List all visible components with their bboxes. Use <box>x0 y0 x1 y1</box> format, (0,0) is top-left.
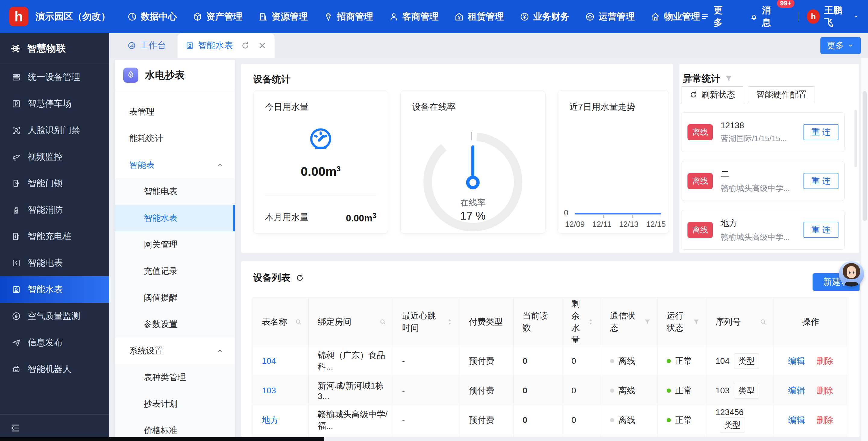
meter-name-link[interactable]: 地方 <box>262 415 279 425</box>
submenu-subitem-electric-meter[interactable]: 智能电表 <box>115 178 235 205</box>
abnormal-title: 异常统计 <box>683 72 733 85</box>
nav-item-lease[interactable]: 租赁管理 <box>454 10 504 23</box>
delete-link[interactable]: 删除 <box>816 415 833 425</box>
sidebar-item-air-quality[interactable]: 空气质量监测 <box>0 303 109 329</box>
resource-icon <box>258 12 268 22</box>
tab-close-icon[interactable] <box>258 41 267 50</box>
submenu-subitem-label: 充值记录 <box>144 265 178 277</box>
refresh-icon[interactable] <box>296 273 304 282</box>
filter-icon[interactable] <box>644 318 651 326</box>
assistant-avatar[interactable] <box>839 261 864 287</box>
submenu-subitem-water-meter[interactable]: 智能水表 <box>115 205 235 231</box>
submenu-subitem-meter-types[interactable]: 表种类管理 <box>115 364 235 391</box>
messages-badge: 99+ <box>777 0 794 8</box>
cell-run-status: 正常 <box>658 405 707 435</box>
sidebar-item-electric-meter[interactable]: 智能电表 <box>0 250 109 276</box>
tab-workbench[interactable]: 工作台 <box>116 33 178 58</box>
sidebar-item-unified-device[interactable]: 统一设备管理 <box>0 64 109 90</box>
nav-item-property[interactable]: 物业管理 <box>650 10 700 23</box>
submenu-subitem-parameters[interactable]: 参数设置 <box>115 311 235 337</box>
sidebar-item-charger[interactable]: 智能充电桩 <box>0 223 109 250</box>
edit-link[interactable]: 编辑 <box>788 356 805 365</box>
brand-logo[interactable]: h <box>9 7 28 26</box>
page-scrollbar-thumb[interactable] <box>863 91 867 221</box>
submenu-subitem-label: 表种类管理 <box>144 372 186 383</box>
finance-icon <box>520 12 530 22</box>
submenu-subitem-threshold[interactable]: 阈值提醒 <box>115 285 235 311</box>
sidebar-item-info-publish[interactable]: 信息发布 <box>0 329 109 356</box>
nav-more[interactable]: 更多 <box>700 4 730 29</box>
x-tick-label: 12/15 <box>646 219 666 229</box>
cell-reading: 0 <box>514 346 562 376</box>
refresh-status-button[interactable]: 刷新状态 <box>681 86 743 103</box>
sort-icon[interactable] <box>587 318 595 326</box>
user-menu[interactable]: h 王鹏飞 <box>807 4 859 29</box>
nav-item-resource[interactable]: 资源管理 <box>258 10 308 23</box>
delete-link[interactable]: 删除 <box>816 386 833 395</box>
filter-icon[interactable] <box>692 318 700 326</box>
tabbar-more-button[interactable]: 更多 <box>820 37 861 54</box>
sidebar-item-fire[interactable]: 智能消防 <box>0 197 109 223</box>
nav-item-investment[interactable]: 招商管理 <box>323 10 373 23</box>
divider <box>265 195 376 196</box>
submenu-item-energy-stats[interactable]: 能耗统计 <box>115 125 235 152</box>
submenu-item-meter-mgmt[interactable]: 表管理 <box>115 99 235 125</box>
type-tag[interactable]: 类型 <box>734 383 759 399</box>
col-meter-name: 表名称 <box>253 298 309 346</box>
submenu-subitem-recharge[interactable]: 充值记录 <box>115 258 235 285</box>
submenu-group-system-settings[interactable]: 系统设置 <box>115 337 235 364</box>
search-icon[interactable] <box>759 318 767 326</box>
sidebar-item-door-lock[interactable]: 智能门锁 <box>0 170 109 197</box>
nav-item-finance[interactable]: 业务财务 <box>520 10 569 23</box>
reconnect-button[interactable]: 重 连 <box>804 124 838 140</box>
hardware-config-button[interactable]: 智能硬件配置 <box>748 86 815 103</box>
delete-link[interactable]: 删除 <box>816 356 833 365</box>
cell-serial: 104类型 <box>707 346 773 376</box>
nav-item-data-center[interactable]: 数据中心 <box>127 10 177 23</box>
search-icon[interactable] <box>379 318 387 326</box>
tab-refresh-icon[interactable] <box>241 41 250 50</box>
type-tag[interactable]: 类型 <box>720 417 745 433</box>
reconnect-button[interactable]: 重 连 <box>804 173 838 189</box>
sidebar-item-label: 统一设备管理 <box>28 71 80 83</box>
sidebar-item-robot[interactable]: 智能机器人 <box>0 356 109 382</box>
nav-item-operations[interactable]: 运营管理 <box>585 10 635 23</box>
filter-icon[interactable] <box>724 75 733 83</box>
sidebar-item-label: 智能门锁 <box>28 177 63 189</box>
sidebar-menu: 统一设备管理 智慧停车场 人脸识别门禁 视频监控 智能门锁 智能消防 智能充电桩… <box>0 64 109 414</box>
panel-scrollbar[interactable] <box>855 110 857 167</box>
nav-item-asset[interactable]: 资产管理 <box>193 10 242 23</box>
nav-item-merchant[interactable]: 客商管理 <box>389 10 438 23</box>
online-rate-label: 在线率 <box>401 197 545 208</box>
submenu-subitem-reading-plan[interactable]: 抄表计划 <box>115 391 235 417</box>
submenu-subitem-label: 参数设置 <box>144 319 178 330</box>
investment-icon <box>323 12 333 22</box>
submenu-subitem-gateway[interactable]: 网关管理 <box>115 231 235 258</box>
edit-link[interactable]: 编辑 <box>788 386 805 395</box>
device-stats-card: 设备统计 今日用水量 0.00m3 本月用水量 0.00m3 设备在线率 <box>241 64 673 253</box>
submenu-subitem-price-standard[interactable]: 价格标准 <box>115 417 235 437</box>
search-icon[interactable] <box>294 318 302 326</box>
collapse-sidebar-icon[interactable] <box>10 423 21 433</box>
hardware-config-label: 智能硬件配置 <box>756 89 807 100</box>
tabbar: 工作台 智能水表 更多 <box>109 33 868 58</box>
meter-name-link[interactable]: 103 <box>262 386 276 395</box>
abnormal-buttons: 刷新状态 智能硬件配置 <box>681 86 815 103</box>
sidebar-item-video[interactable]: 视频监控 <box>0 144 109 170</box>
sidebar-item-water-meter[interactable]: 智能水表 <box>0 276 109 303</box>
type-tag[interactable]: 类型 <box>734 353 759 369</box>
tab-smart-water-meter[interactable]: 智能水表 <box>178 33 275 58</box>
device-list-title-label: 设备列表 <box>253 271 290 284</box>
cell-actions: 编辑删除 <box>773 405 848 435</box>
col-run-status: 运行状态 <box>658 298 707 346</box>
reconnect-button[interactable]: 重 连 <box>804 222 838 238</box>
offline-device-card: 离线 地方 赣榆城头高级中学... 重 连 <box>681 210 845 250</box>
edit-link[interactable]: 编辑 <box>788 415 805 425</box>
sidebar-item-face-access[interactable]: 人脸识别门禁 <box>0 117 109 144</box>
sort-icon[interactable] <box>446 318 454 326</box>
page-scrollbar[interactable] <box>861 58 868 441</box>
messages[interactable]: 消息 99+ <box>749 4 778 29</box>
sidebar-item-parking[interactable]: 智慧停车场 <box>0 90 109 117</box>
submenu-group-smart-meter[interactable]: 智能表 <box>115 152 235 178</box>
meter-name-link[interactable]: 104 <box>262 356 276 365</box>
